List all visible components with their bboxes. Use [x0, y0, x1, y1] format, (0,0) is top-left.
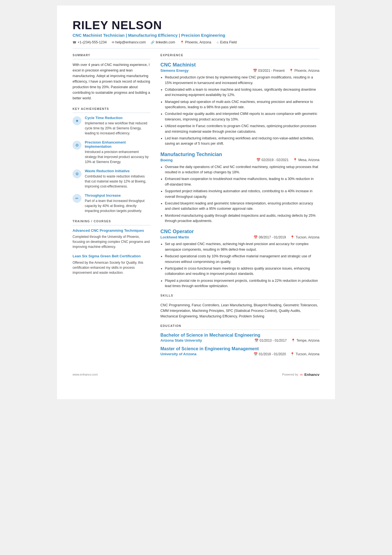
education-section: EDUCATION Bachelor of Science in Mechani… — [160, 324, 319, 356]
bullet-2-4: Executed blueprint reading and geometric… — [165, 201, 319, 212]
achievement-item-4: ✏ Throughput Increase Part of a team tha… — [73, 193, 150, 213]
edu-location-1: 📍 Tempe, Arizona — [291, 339, 319, 342]
bullet-3-3: Participated in cross-functional team me… — [165, 266, 319, 277]
bullet-1-5: Utilized expertise in Fanuc controllers … — [165, 124, 319, 134]
training-section: TRAINING / COURSES Advanced CNC Programm… — [73, 219, 150, 275]
edu-degree-2: Master of Science in Engineering Managem… — [160, 346, 319, 351]
job-1: CNC Machinist Siemens Energy 📅 03/2021 -… — [160, 62, 319, 147]
summary-divider — [73, 59, 150, 59]
skills-text: CNC Programming, Fanuc Controllers, Lean… — [160, 302, 319, 319]
job-meta-1: 📅 03/2021 - Present 📍 Phoenix, Arizona — [253, 69, 319, 73]
candidate-title: CNC Machinist Technician | Manufacturing… — [73, 33, 319, 38]
footer-website: www.enhancv.com — [73, 373, 98, 376]
achievement-content-1: Cycle Time Reduction Implemented a new w… — [85, 116, 150, 136]
job-location-1: 📍 Phoenix, Arizona — [289, 69, 319, 73]
bullet-1-3: Managed setup and operation of multi-axi… — [165, 99, 319, 110]
edu-meta-1: 📅 01/2013 - 01/2017 📍 Tempe, Arizona — [254, 339, 319, 342]
job-date-2: 📅 02/2019 - 02/2021 — [256, 158, 289, 162]
edu-location-icon-1: 📍 — [291, 339, 295, 342]
email-icon: ✉ — [112, 41, 114, 44]
contact-bar: ☎ +1-(234)-555-1234 ✉ help@enhancv.com 🔗… — [73, 40, 319, 44]
training-title-1: Advanced CNC Programming Techniques — [73, 228, 150, 233]
skills-label: SKILLS — [160, 294, 319, 297]
achievement-desc-3: Contributed to waste reduction initiativ… — [85, 174, 150, 189]
achievement-icon-wrap-3: ⚙ — [73, 169, 81, 178]
bullet-2-2: Enhanced team cooperation to troubleshoo… — [165, 176, 319, 187]
skills-section: SKILLS CNC Programming, Fanuc Controller… — [160, 294, 319, 319]
training-item-1: Advanced CNC Programming Techniques Comp… — [73, 228, 150, 249]
job-company-2: Boeing — [160, 158, 173, 162]
edu-school-2: University of Arizona — [160, 352, 197, 356]
extra-contact: ☆ Extra Field — [216, 40, 237, 44]
calendar-icon-3: 📅 — [254, 235, 258, 239]
brand-name: Enhancv — [304, 373, 319, 377]
experience-header: EXPERIENCE — [160, 53, 319, 59]
bullet-1-2: Collaborated with a team to resolve mach… — [165, 87, 319, 98]
job-location-3: 📍 Tucson, Arizona — [290, 235, 319, 239]
job-company-row-1: Siemens Energy 📅 03/2021 - Present 📍 Pho… — [160, 68, 319, 73]
achievement-title-4: Throughput Increase — [85, 193, 150, 198]
edu-location-2: 📍 Tucson, Arizona — [290, 352, 319, 356]
bullet-1-4: Conducted regular quality audits and int… — [165, 111, 319, 122]
achievements-divider — [73, 113, 150, 113]
edu-calendar-icon-2: 📅 — [254, 352, 258, 356]
experience-section: EXPERIENCE CNC Machinist Siemens Energy … — [160, 53, 319, 289]
bullet-3-4: Played a pivotal role in process improve… — [165, 278, 319, 289]
edu-calendar-icon-1: 📅 — [254, 339, 259, 342]
phone-contact: ☎ +1-(234)-555-1234 — [73, 40, 107, 44]
training-desc-1: Completed through the University of Phoe… — [73, 234, 150, 249]
bullet-1-6: Led lean manufacturing initiatives, enha… — [165, 136, 319, 147]
job-title-1: CNC Machinist — [160, 62, 319, 68]
achievement-icon-wrap-2: ⚙ — [73, 141, 81, 150]
bullet-2-5: Monitored manufacturing quality through … — [165, 213, 319, 224]
edu-item-1: Bachelor of Science in Mechanical Engine… — [160, 333, 319, 342]
achievement-icon-wrap-4: ✏ — [73, 194, 81, 203]
link-icon: 🔗 — [151, 41, 155, 44]
phone-value: +1-(234)-555-1234 — [78, 40, 107, 44]
location-icon-2: 📍 — [293, 158, 297, 162]
star-achievement-icon: ★ — [75, 119, 79, 123]
bullet-3-2: Reduced operational costs by 10% through… — [165, 254, 319, 265]
job-2: Manufacturing Technician Boeing 📅 02/201… — [160, 152, 319, 224]
pencil-achievement-icon: ✏ — [75, 196, 79, 201]
header-divider — [73, 48, 319, 48]
job-date-3: 📅 06/2017 - 01/2019 — [254, 235, 286, 239]
achievement-content-4: Throughput Increase Part of a team that … — [85, 193, 150, 213]
bullet-1-1: Reduced production cycle times by implem… — [165, 75, 319, 86]
edu-item-2: Master of Science in Engineering Managem… — [160, 346, 319, 356]
edu-school-row-2: University of Arizona 📅 01/2018 - 01/202… — [160, 352, 319, 356]
extra-value: Extra Field — [220, 40, 237, 44]
summary-label: SUMMARY — [73, 53, 150, 57]
achievement-item-2: ⚙ Precision Enhancement Implementation I… — [73, 140, 150, 164]
achievement-title-3: Waste Reduction Initiative — [85, 169, 150, 173]
gear-achievement-icon-2: ⚙ — [75, 143, 79, 147]
linkedin-contact: 🔗 linkedin.com — [151, 40, 175, 44]
achievements-section: KEY ACHIEVEMENTS ★ Cycle Time Reduction … — [73, 107, 150, 213]
candidate-name: RILEY NELSON — [73, 19, 319, 32]
edu-meta-2: 📅 01/2018 - 01/2020 📍 Tucson, Arizona — [254, 352, 319, 356]
enhancv-heart-icon: ∞ — [300, 372, 303, 377]
achievement-title-2: Precision Enhancement Implementation — [85, 140, 150, 149]
training-title-2: Lean Six Sigma Green Belt Certification — [73, 254, 150, 259]
achievement-icon-wrap-1: ★ — [73, 116, 81, 125]
calendar-icon-2: 📅 — [256, 158, 260, 162]
achievement-title-1: Cycle Time Reduction — [85, 116, 150, 120]
footer-brand: Powered by ∞ Enhancv — [282, 372, 319, 377]
bullet-3-1: Set up and operated CNC machines, achiev… — [165, 241, 319, 252]
skills-divider — [160, 299, 319, 300]
edu-date-2: 📅 01/2018 - 01/2020 — [254, 352, 286, 356]
job-title-3: CNC Operator — [160, 229, 319, 235]
resume-page: RILEY NELSON CNC Machinist Technician | … — [57, 6, 335, 399]
summary-section: SUMMARY With over 4 years of CNC machini… — [73, 53, 150, 101]
achievement-item-3: ⚙ Waste Reduction Initiative Contributed… — [73, 169, 150, 189]
linkedin-value: linkedin.com — [156, 40, 175, 44]
job-3: CNC Operator Lockheed Martin 📅 06/2017 -… — [160, 229, 319, 289]
job-location-2: 📍 Mesa, Arizona — [293, 158, 319, 162]
job-bullets-1: Reduced production cycle times by implem… — [165, 75, 319, 147]
job-meta-2: 📅 02/2019 - 02/2021 📍 Mesa, Arizona — [256, 158, 319, 162]
page-footer: www.enhancv.com Powered by ∞ Enhancv — [73, 372, 319, 377]
job-company-row-3: Lockheed Martin 📅 06/2017 - 01/2019 📍 Tu… — [160, 235, 319, 239]
location-icon-3: 📍 — [290, 235, 294, 239]
achievement-content-3: Waste Reduction Initiative Contributed t… — [85, 169, 150, 189]
location-icon-1: 📍 — [289, 69, 293, 73]
